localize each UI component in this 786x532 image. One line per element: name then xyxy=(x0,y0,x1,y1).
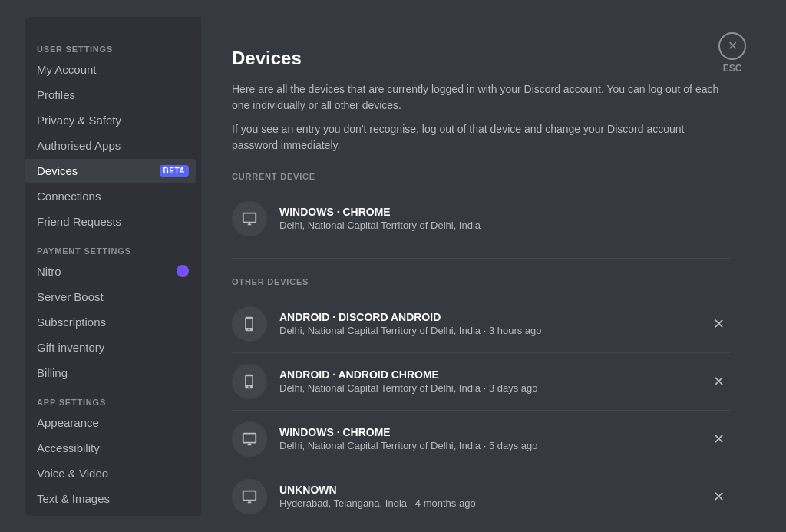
esc-circle: ✕ xyxy=(718,32,746,60)
current-device-icon xyxy=(232,201,267,236)
other-device-icon-2 xyxy=(232,421,267,457)
other-device-info-0: ANDROID · DISCORD ANDROIDDelhi, National… xyxy=(279,311,695,336)
sidebar-item-profiles[interactable]: Profiles xyxy=(25,83,196,107)
other-device-name-2: WINDOWS · CHROME xyxy=(279,426,695,438)
current-device-label: CURRENT DEVICE xyxy=(232,172,731,181)
other-devices-label: OTHER DEVICES xyxy=(232,277,731,286)
sidebar-item-privacy-safety[interactable]: Privacy & Safety xyxy=(25,108,196,132)
desktop-icon xyxy=(241,210,258,227)
sidebar-item-label-nitro: Nitro xyxy=(37,265,172,278)
other-device-row: ANDROID · DISCORD ANDROIDDelhi, National… xyxy=(232,296,731,353)
other-device-row: UNKNOWNHyderabad, Telangana, India · 4 m… xyxy=(232,468,731,516)
other-device-location-1: Delhi, National Capital Territory of Del… xyxy=(279,382,695,394)
current-device-location: Delhi, National Capital Territory of Del… xyxy=(279,220,731,231)
sidebar-item-label-profiles: Profiles xyxy=(37,88,189,101)
sidebar-item-text-images[interactable]: Text & Images xyxy=(25,487,196,511)
sidebar-item-label-appearance: Appearance xyxy=(37,416,189,429)
sidebar-item-label-server-boost: Server Boost xyxy=(37,290,189,303)
sidebar-item-appearance[interactable]: Appearance xyxy=(25,411,196,435)
esc-label: ESC xyxy=(723,63,742,74)
sidebar-item-label-authorised-apps: Authorised Apps xyxy=(37,139,189,152)
sidebar-item-label-voice-video: Voice & Video xyxy=(37,467,189,480)
sidebar-item-label-gift-inventory: Gift inventory xyxy=(37,341,189,354)
sidebar-section-label-2: APP SETTINGS xyxy=(25,385,196,410)
sidebar-item-label-devices: Devices xyxy=(37,164,155,177)
sidebar-item-accessibility[interactable]: Accessibility xyxy=(25,436,196,460)
remove-device-button-2[interactable]: ✕ xyxy=(707,429,731,449)
sidebar-item-label-my-account: My Account xyxy=(37,63,189,76)
other-device-icon-1 xyxy=(232,364,267,399)
sidebar-section-label-1: PAYMENT SETTINGS xyxy=(25,234,196,259)
other-device-name-1: ANDROID · ANDROID CHROME xyxy=(279,368,695,381)
remove-device-button-0[interactable]: ✕ xyxy=(707,314,731,334)
sidebar-item-connections[interactable]: Connections xyxy=(25,184,196,208)
other-device-row: WINDOWS · CHROMEDelhi, National Capital … xyxy=(232,411,731,468)
sidebar-item-billing[interactable]: Billing xyxy=(25,361,196,385)
sidebar-item-voice-video[interactable]: Voice & Video xyxy=(25,461,196,485)
sidebar-item-label-billing: Billing xyxy=(37,366,189,379)
other-device-location-2: Delhi, National Capital Territory of Del… xyxy=(279,440,695,451)
sidebar-item-label-friend-requests: Friend Requests xyxy=(37,215,189,228)
other-device-info-2: WINDOWS · CHROMEDelhi, National Capital … xyxy=(279,426,695,451)
modal-container: USER SETTINGSMy AccountProfilesPrivacy &… xyxy=(25,17,761,516)
sidebar-item-notifications[interactable]: Notifications xyxy=(25,512,196,516)
remove-device-button-1[interactable]: ✕ xyxy=(707,372,731,392)
other-device-row: ANDROID · ANDROID CHROMEDelhi, National … xyxy=(232,353,731,411)
sidebar-item-devices[interactable]: DevicesBETA xyxy=(25,159,196,183)
current-device-area: WINDOWS · CHROME Delhi, National Capital… xyxy=(232,190,731,259)
other-device-icon-3 xyxy=(232,479,267,514)
sidebar-item-subscriptions[interactable]: Subscriptions xyxy=(25,310,196,334)
sidebar-item-label-text-images: Text & Images xyxy=(37,492,189,505)
sidebar-item-my-account[interactable]: My Account xyxy=(25,58,196,81)
sidebar-item-nitro[interactable]: Nitro xyxy=(25,259,196,283)
current-device-row: WINDOWS · CHROME Delhi, National Capital… xyxy=(232,190,731,247)
esc-button[interactable]: ✕ ESC xyxy=(718,32,746,74)
sidebar-item-label-privacy-safety: Privacy & Safety xyxy=(37,114,189,127)
other-device-name-3: UNKNOWN xyxy=(279,484,695,496)
sidebar-item-label-accessibility: Accessibility xyxy=(37,441,189,454)
other-device-location-3: Hyderabad, Telangana, India · 4 months a… xyxy=(279,497,695,509)
description-1: Here are all the devices that are curren… xyxy=(232,81,731,114)
other-device-info-1: ANDROID · ANDROID CHROMEDelhi, National … xyxy=(279,368,695,394)
other-devices-list: ANDROID · DISCORD ANDROIDDelhi, National… xyxy=(232,296,731,516)
sidebar-item-authorised-apps[interactable]: Authorised Apps xyxy=(25,134,196,157)
sidebar-item-gift-inventory[interactable]: Gift inventory xyxy=(25,335,196,359)
main-content: Devices Here are all the devices that ar… xyxy=(201,17,761,516)
other-device-name-0: ANDROID · DISCORD ANDROID xyxy=(279,311,695,323)
beta-badge: BETA xyxy=(160,165,189,177)
page-title: Devices xyxy=(232,48,731,69)
sidebar-item-label-connections: Connections xyxy=(37,190,189,203)
nitro-icon xyxy=(177,265,189,277)
current-device-name: WINDOWS · CHROME xyxy=(279,206,731,218)
remove-device-button-3[interactable]: ✕ xyxy=(707,487,731,507)
sidebar-section-label-0: USER SETTINGS xyxy=(25,32,196,57)
sidebar-item-server-boost[interactable]: Server Boost xyxy=(25,285,196,309)
sidebar-item-friend-requests[interactable]: Friend Requests xyxy=(25,210,196,233)
other-device-location-0: Delhi, National Capital Territory of Del… xyxy=(279,325,695,336)
current-device-info: WINDOWS · CHROME Delhi, National Capital… xyxy=(279,206,731,231)
description-2: If you see an entry you don't recognise,… xyxy=(232,121,731,154)
other-device-icon-0 xyxy=(232,306,267,342)
sidebar-item-label-subscriptions: Subscriptions xyxy=(37,316,189,329)
sidebar: USER SETTINGSMy AccountProfilesPrivacy &… xyxy=(25,17,201,516)
other-device-info-3: UNKNOWNHyderabad, Telangana, India · 4 m… xyxy=(279,484,695,509)
